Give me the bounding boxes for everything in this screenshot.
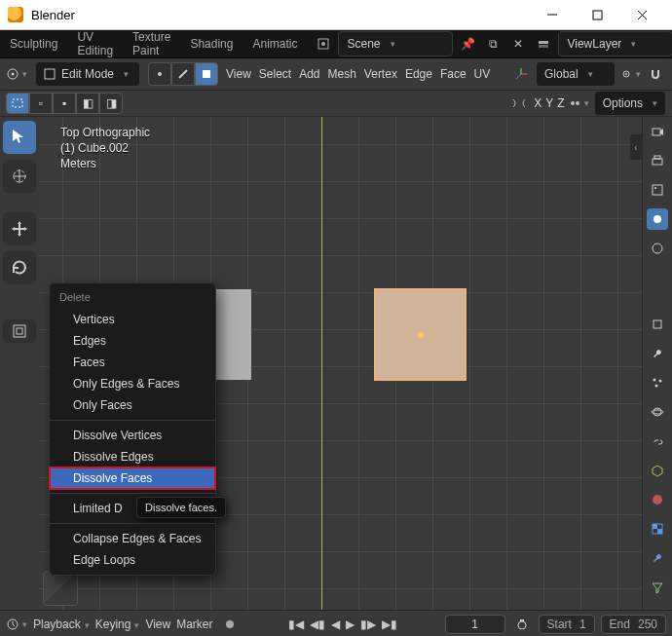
mode-selector[interactable]: Edit Mode <box>35 61 140 87</box>
frame-start-field[interactable]: Start 1 <box>539 615 595 634</box>
prop-tab-output[interactable] <box>647 150 668 171</box>
mirror-z[interactable]: Z <box>557 96 564 110</box>
mirror-x[interactable]: X <box>534 96 541 110</box>
editor-type-selector[interactable] <box>6 63 27 85</box>
menu-add[interactable]: Add <box>299 67 319 81</box>
select-face-button[interactable] <box>195 62 218 86</box>
frame-end-field[interactable]: End 250 <box>601 615 666 634</box>
3d-viewport[interactable]: Top Orthographic (1) Cube.002 Meters ‹ D… <box>39 117 642 610</box>
mesh-display-butterfly-icon[interactable] <box>508 93 530 114</box>
tab-uv-editing[interactable]: UV Editing <box>73 26 117 61</box>
select-edge-button[interactable] <box>171 62 195 86</box>
menu-view[interactable]: View <box>226 67 251 81</box>
prop-tab-render[interactable] <box>647 121 668 142</box>
options-dropdown[interactable]: Options <box>594 91 666 116</box>
scene-pin-icon[interactable]: 📌 <box>457 33 478 55</box>
prop-tab-scene[interactable] <box>647 208 668 230</box>
menu-item-faces[interactable]: Faces <box>50 352 215 373</box>
select-mode-subtract[interactable]: ▪ <box>53 93 76 114</box>
menu-select[interactable]: Select <box>259 67 291 81</box>
scale-icon <box>12 323 27 339</box>
menu-uv[interactable]: UV <box>474 67 491 81</box>
orientation-axes-icon <box>514 67 528 81</box>
viewlayer-selector[interactable]: ViewLayer <box>558 31 672 56</box>
orientation-selector[interactable]: Global <box>536 61 616 87</box>
select-mode-set[interactable] <box>6 93 29 114</box>
svg-marker-40 <box>653 466 662 476</box>
tab-texture-paint[interactable]: Texture Paint <box>129 26 174 61</box>
prop-tab-data[interactable] <box>647 460 668 481</box>
menu-item-edges[interactable]: Edges <box>50 330 215 352</box>
current-frame-field[interactable]: 1 <box>445 615 505 634</box>
play-forward-button[interactable]: ▶ <box>346 617 355 631</box>
timeline-marker-menu[interactable]: Marker <box>176 617 212 631</box>
mirror-y[interactable]: Y <box>545 96 553 110</box>
mesh-object-selected[interactable] <box>375 289 466 380</box>
move-icon <box>10 219 29 239</box>
window-close-button[interactable] <box>619 0 664 29</box>
prop-tab-modifier[interactable] <box>647 343 668 364</box>
prop-tab-texture[interactable] <box>647 518 668 540</box>
menu-item-dissolve-edges[interactable]: Dissolve Edges <box>50 446 215 468</box>
viewlayer-browse-icon[interactable] <box>533 33 554 55</box>
window-minimize-button[interactable] <box>530 0 575 29</box>
jump-to-end-button[interactable]: ▶▮ <box>382 617 397 631</box>
orientation-icon[interactable] <box>510 63 532 85</box>
scene-selector[interactable]: Scene <box>338 31 453 56</box>
window-maximize-button[interactable] <box>575 0 619 29</box>
preview-range-toggle[interactable] <box>511 614 533 635</box>
prop-tab-wrench2[interactable] <box>647 547 668 569</box>
select-mode-extend[interactable]: ▫ <box>29 93 53 114</box>
tab-animation[interactable]: Animatic <box>248 33 301 55</box>
timeline-editor-type[interactable] <box>6 614 27 635</box>
scene-copy-icon[interactable]: ⧉ <box>482 33 504 55</box>
n-panel-handle[interactable]: ‹ <box>630 134 642 160</box>
menu-vertex[interactable]: Vertex <box>364 67 397 81</box>
prop-tab-viewlayer[interactable] <box>647 179 668 201</box>
svg-rect-27 <box>653 129 660 135</box>
scene-delete-icon[interactable]: ✕ <box>507 33 529 55</box>
prop-tab-world[interactable] <box>647 238 668 259</box>
tool-scale[interactable] <box>3 319 36 343</box>
select-vertex-button[interactable] <box>148 62 171 86</box>
jump-prev-key-button[interactable]: ◀▮ <box>310 617 325 631</box>
prop-tab-filter[interactable] <box>647 577 668 598</box>
menu-item-edge-loops[interactable]: Edge Loops <box>50 549 215 571</box>
select-mode-invert[interactable]: ◨ <box>99 93 123 114</box>
prop-tab-object[interactable] <box>647 314 668 335</box>
menu-item-only-edges-faces[interactable]: Only Edges & Faces <box>50 373 215 394</box>
select-mode-intersect[interactable]: ◧ <box>76 93 99 114</box>
tool-select-box[interactable] <box>3 121 36 154</box>
prop-tab-constraint[interactable] <box>647 430 668 452</box>
timeline-keying-menu[interactable]: Keying <box>95 617 140 631</box>
prop-tab-physics[interactable] <box>647 401 668 423</box>
menu-item-vertices[interactable]: Vertices <box>50 309 215 330</box>
tab-shading[interactable]: Shading <box>186 33 237 55</box>
menu-item-dissolve-faces[interactable]: Dissolve Faces <box>50 468 215 489</box>
prop-tab-material[interactable] <box>647 489 668 510</box>
menu-edge[interactable]: Edge <box>405 67 432 81</box>
scene-browse-icon[interactable] <box>313 33 334 55</box>
play-reverse-button[interactable]: ◀ <box>331 617 340 631</box>
jump-to-start-button[interactable]: ▮◀ <box>288 617 304 631</box>
edge-icon <box>177 68 189 80</box>
viewport-corner-widget[interactable] <box>43 571 78 606</box>
snap-toggle[interactable] <box>645 63 666 85</box>
pivot-point-selector[interactable] <box>619 63 641 85</box>
autokey-toggle[interactable] <box>219 614 241 635</box>
prop-tab-particles[interactable] <box>647 372 668 393</box>
tool-rotate[interactable] <box>3 251 36 284</box>
timeline-view-menu[interactable]: View <box>145 617 170 631</box>
menu-item-collapse-edges-faces[interactable]: Collapse Edges & Faces <box>50 528 215 549</box>
svg-point-38 <box>653 408 661 416</box>
menu-mesh[interactable]: Mesh <box>328 67 356 81</box>
timeline-playback-menu[interactable]: Playback <box>33 617 90 631</box>
tool-cursor[interactable] <box>3 160 36 193</box>
menu-face[interactable]: Face <box>440 67 467 81</box>
tool-move[interactable] <box>3 212 36 245</box>
tab-sculpting[interactable]: Sculpting <box>6 33 61 55</box>
menu-item-only-faces[interactable]: Only Faces <box>50 394 215 416</box>
menu-item-dissolve-vertices[interactable]: Dissolve Vertices <box>50 425 215 446</box>
automerge-toggle[interactable] <box>569 93 590 114</box>
jump-next-key-button[interactable]: ▮▶ <box>360 617 376 631</box>
